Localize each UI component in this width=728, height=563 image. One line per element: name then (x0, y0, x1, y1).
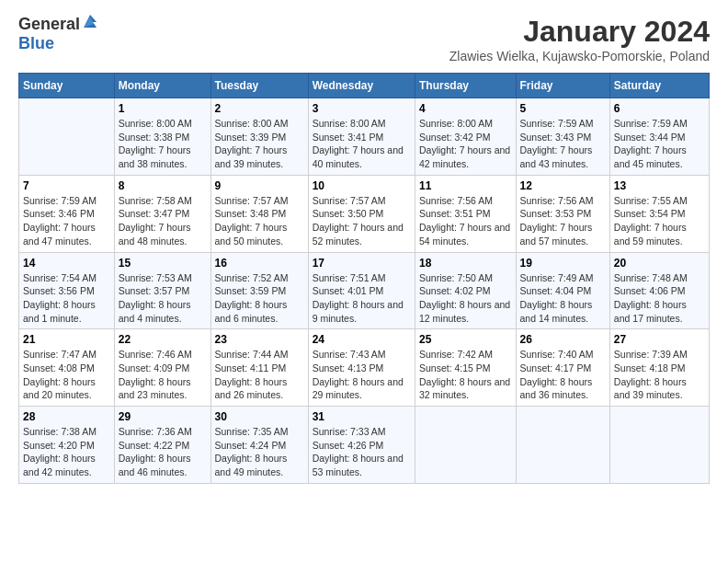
day-info: Sunrise: 7:48 AMSunset: 4:06 PMDaylight:… (614, 271, 705, 326)
day-info: Sunrise: 7:58 AMSunset: 3:47 PMDaylight:… (119, 194, 207, 248)
calendar-cell: 30Sunrise: 7:35 AMSunset: 4:24 PMDayligh… (210, 407, 308, 484)
day-info: Sunrise: 7:54 AMSunset: 3:56 PMDaylight:… (23, 271, 110, 326)
calendar-cell: 9Sunrise: 7:57 AMSunset: 3:48 PMDaylight… (210, 175, 308, 252)
header: General Blue January 2024 Zlawies Wielka… (18, 15, 710, 63)
day-number: 12 (520, 179, 606, 192)
logo: General Blue (18, 15, 98, 53)
day-info: Sunrise: 7:43 AMSunset: 4:13 PMDaylight:… (313, 348, 411, 402)
calendar-cell (19, 98, 115, 176)
day-number: 19 (520, 257, 606, 270)
calendar-cell: 7Sunrise: 7:59 AMSunset: 3:46 PMDaylight… (19, 175, 115, 252)
day-info: Sunrise: 7:40 AMSunset: 4:17 PMDaylight:… (520, 348, 606, 402)
calendar-cell: 15Sunrise: 7:53 AMSunset: 3:57 PMDayligh… (114, 252, 210, 329)
location-title: Zlawies Wielka, Kujawsko-Pomorskie, Pola… (449, 49, 710, 63)
calendar-cell: 18Sunrise: 7:50 AMSunset: 4:02 PMDayligh… (415, 252, 516, 329)
calendar-cell: 31Sunrise: 7:33 AMSunset: 4:26 PMDayligh… (308, 407, 415, 484)
day-info: Sunrise: 7:39 AMSunset: 4:18 PMDaylight:… (614, 348, 705, 402)
calendar-cell: 12Sunrise: 7:56 AMSunset: 3:53 PMDayligh… (516, 175, 609, 252)
calendar-cell: 23Sunrise: 7:44 AMSunset: 4:11 PMDayligh… (210, 329, 308, 407)
calendar-cell: 13Sunrise: 7:55 AMSunset: 3:54 PMDayligh… (609, 175, 709, 252)
day-number: 6 (614, 102, 705, 115)
day-info: Sunrise: 7:59 AMSunset: 3:43 PMDaylight:… (520, 117, 606, 171)
day-info: Sunrise: 7:59 AMSunset: 3:46 PMDaylight:… (23, 194, 110, 248)
day-info: Sunrise: 7:36 AMSunset: 4:22 PMDaylight:… (119, 425, 207, 479)
day-number: 20 (614, 257, 705, 270)
logo-icon (82, 13, 98, 29)
day-number: 2 (215, 102, 304, 115)
weekday-header-monday: Monday (114, 74, 210, 98)
calendar-cell (415, 407, 516, 484)
day-info: Sunrise: 7:56 AMSunset: 3:53 PMDaylight:… (520, 194, 606, 248)
calendar-cell: 20Sunrise: 7:48 AMSunset: 4:06 PMDayligh… (609, 252, 709, 329)
day-info: Sunrise: 7:46 AMSunset: 4:09 PMDaylight:… (119, 348, 207, 402)
weekday-header-tuesday: Tuesday (210, 74, 308, 98)
day-number: 26 (520, 333, 606, 346)
day-number: 11 (419, 179, 512, 192)
day-info: Sunrise: 7:50 AMSunset: 4:02 PMDaylight:… (419, 271, 512, 326)
weekday-header-wednesday: Wednesday (308, 74, 415, 98)
calendar-cell: 26Sunrise: 7:40 AMSunset: 4:17 PMDayligh… (516, 329, 609, 407)
day-number: 13 (614, 179, 705, 192)
calendar-cell: 29Sunrise: 7:36 AMSunset: 4:22 PMDayligh… (114, 407, 210, 484)
day-info: Sunrise: 7:53 AMSunset: 3:57 PMDaylight:… (119, 271, 207, 326)
calendar-cell: 27Sunrise: 7:39 AMSunset: 4:18 PMDayligh… (609, 329, 709, 407)
day-number: 25 (419, 333, 512, 346)
day-info: Sunrise: 8:00 AMSunset: 3:42 PMDaylight:… (419, 117, 512, 171)
day-info: Sunrise: 7:55 AMSunset: 3:54 PMDaylight:… (614, 194, 705, 248)
logo-blue: Blue (18, 34, 54, 52)
day-number: 3 (313, 102, 411, 115)
calendar-cell: 14Sunrise: 7:54 AMSunset: 3:56 PMDayligh… (19, 252, 115, 329)
day-number: 27 (614, 333, 705, 346)
calendar-cell: 6Sunrise: 7:59 AMSunset: 3:44 PMDaylight… (609, 98, 709, 176)
day-info: Sunrise: 7:38 AMSunset: 4:20 PMDaylight:… (23, 425, 110, 479)
day-number: 8 (119, 179, 207, 192)
calendar-cell: 21Sunrise: 7:47 AMSunset: 4:08 PMDayligh… (19, 329, 115, 407)
day-info: Sunrise: 7:47 AMSunset: 4:08 PMDaylight:… (23, 348, 110, 402)
weekday-header-thursday: Thursday (415, 74, 516, 98)
calendar-cell: 22Sunrise: 7:46 AMSunset: 4:09 PMDayligh… (114, 329, 210, 407)
day-info: Sunrise: 7:57 AMSunset: 3:50 PMDaylight:… (313, 194, 411, 248)
day-number: 18 (419, 257, 512, 270)
calendar-cell: 28Sunrise: 7:38 AMSunset: 4:20 PMDayligh… (19, 407, 115, 484)
day-number: 17 (313, 257, 411, 270)
calendar-cell: 25Sunrise: 7:42 AMSunset: 4:15 PMDayligh… (415, 329, 516, 407)
calendar-cell: 19Sunrise: 7:49 AMSunset: 4:04 PMDayligh… (516, 252, 609, 329)
day-info: Sunrise: 8:00 AMSunset: 3:39 PMDaylight:… (215, 117, 304, 171)
day-info: Sunrise: 7:42 AMSunset: 4:15 PMDaylight:… (419, 348, 512, 402)
day-number: 15 (119, 257, 207, 270)
weekday-header-row: SundayMondayTuesdayWednesdayThursdayFrid… (19, 74, 710, 98)
day-number: 30 (215, 410, 304, 423)
day-number: 21 (23, 333, 110, 346)
calendar-cell: 10Sunrise: 7:57 AMSunset: 3:50 PMDayligh… (308, 175, 415, 252)
calendar-cell: 1Sunrise: 8:00 AMSunset: 3:38 PMDaylight… (114, 98, 210, 176)
day-number: 5 (520, 102, 606, 115)
day-info: Sunrise: 7:59 AMSunset: 3:44 PMDaylight:… (614, 117, 705, 171)
calendar-cell: 2Sunrise: 8:00 AMSunset: 3:39 PMDaylight… (210, 98, 308, 176)
logo-general: General (18, 15, 80, 34)
week-row-3: 14Sunrise: 7:54 AMSunset: 3:56 PMDayligh… (19, 252, 710, 329)
day-info: Sunrise: 7:44 AMSunset: 4:11 PMDaylight:… (215, 348, 304, 402)
weekday-header-friday: Friday (516, 74, 609, 98)
day-info: Sunrise: 7:35 AMSunset: 4:24 PMDaylight:… (215, 425, 304, 479)
day-info: Sunrise: 7:57 AMSunset: 3:48 PMDaylight:… (215, 194, 304, 248)
calendar-cell (609, 407, 709, 484)
day-number: 23 (215, 333, 304, 346)
week-row-4: 21Sunrise: 7:47 AMSunset: 4:08 PMDayligh… (19, 329, 710, 407)
day-number: 1 (119, 102, 207, 115)
weekday-header-saturday: Saturday (609, 74, 709, 98)
calendar-table: SundayMondayTuesdayWednesdayThursdayFrid… (18, 73, 710, 484)
day-info: Sunrise: 8:00 AMSunset: 3:38 PMDaylight:… (119, 117, 207, 171)
day-info: Sunrise: 8:00 AMSunset: 3:41 PMDaylight:… (313, 117, 411, 171)
day-number: 22 (119, 333, 207, 346)
day-info: Sunrise: 7:56 AMSunset: 3:51 PMDaylight:… (419, 194, 512, 248)
calendar-cell: 11Sunrise: 7:56 AMSunset: 3:51 PMDayligh… (415, 175, 516, 252)
calendar-cell: 5Sunrise: 7:59 AMSunset: 3:43 PMDaylight… (516, 98, 609, 176)
calendar-cell: 16Sunrise: 7:52 AMSunset: 3:59 PMDayligh… (210, 252, 308, 329)
month-title: January 2024 (449, 15, 710, 49)
calendar-cell: 8Sunrise: 7:58 AMSunset: 3:47 PMDaylight… (114, 175, 210, 252)
day-info: Sunrise: 7:51 AMSunset: 4:01 PMDaylight:… (313, 271, 411, 326)
day-number: 9 (215, 179, 304, 192)
day-info: Sunrise: 7:33 AMSunset: 4:26 PMDaylight:… (313, 425, 411, 479)
title-area: January 2024 Zlawies Wielka, Kujawsko-Po… (449, 15, 710, 63)
calendar-cell: 4Sunrise: 8:00 AMSunset: 3:42 PMDaylight… (415, 98, 516, 176)
